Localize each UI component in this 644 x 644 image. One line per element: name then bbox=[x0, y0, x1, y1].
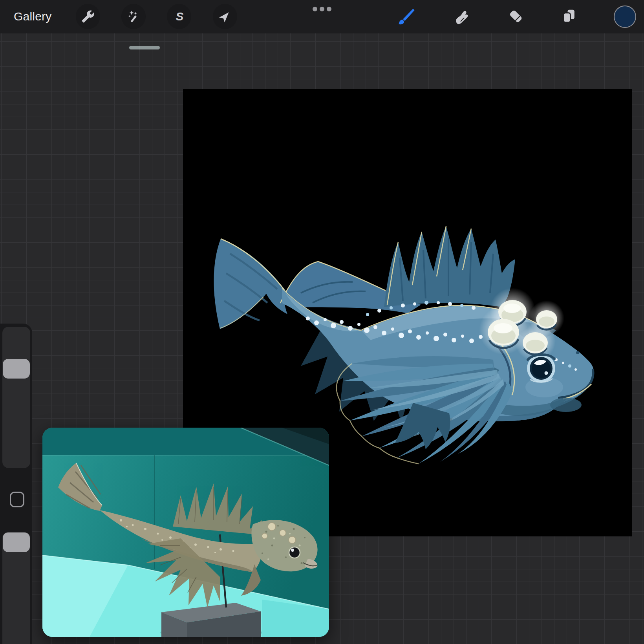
brush-size-handle[interactable] bbox=[3, 359, 30, 379]
fish-tail-fin bbox=[214, 239, 287, 329]
reference-window-drag-handle[interactable] bbox=[129, 46, 160, 49]
reference-image-window[interactable] bbox=[42, 428, 329, 637]
svg-text:S: S bbox=[176, 10, 183, 23]
erase-tool-button[interactable] bbox=[506, 6, 526, 27]
transform-button[interactable] bbox=[213, 4, 237, 29]
magic-wand-icon bbox=[127, 10, 140, 23]
arrow-cursor-icon bbox=[218, 10, 232, 23]
selection-button[interactable]: S bbox=[167, 4, 191, 29]
layers-button[interactable] bbox=[559, 6, 579, 27]
selection-ribbon-icon: S bbox=[172, 10, 186, 23]
fish-eye bbox=[527, 354, 555, 382]
modify-button[interactable] bbox=[10, 492, 24, 507]
paint-tool-button[interactable] bbox=[396, 6, 416, 27]
workspace-background bbox=[0, 33, 644, 644]
fish-nostril bbox=[576, 351, 579, 354]
layers-icon bbox=[560, 7, 578, 26]
brush-sidebar bbox=[0, 324, 32, 644]
actions-button[interactable] bbox=[76, 4, 100, 29]
ellipsis-icon[interactable] bbox=[313, 7, 331, 11]
specimen-eye bbox=[289, 547, 300, 558]
fish-spiky-dorsal-fin bbox=[384, 226, 515, 307]
smudge-tool-button[interactable] bbox=[450, 6, 471, 27]
color-swatch[interactable] bbox=[614, 5, 636, 28]
reference-photo bbox=[42, 428, 329, 637]
top-toolbar: Gallery S bbox=[0, 0, 644, 33]
brush-opacity-handle[interactable] bbox=[3, 532, 30, 552]
gallery-button[interactable]: Gallery bbox=[14, 0, 51, 33]
brush-size-slider[interactable] bbox=[2, 327, 30, 468]
adjustments-button[interactable] bbox=[121, 4, 146, 29]
paintbrush-icon bbox=[397, 7, 415, 26]
wrench-icon bbox=[81, 10, 95, 23]
smudge-finger-icon bbox=[452, 7, 470, 26]
eraser-icon bbox=[507, 7, 525, 26]
